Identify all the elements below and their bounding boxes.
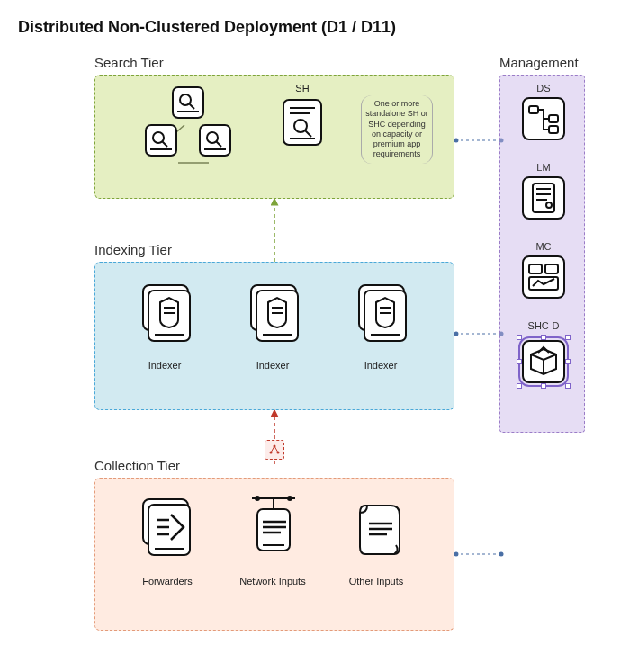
indexer-label: Indexer — [349, 360, 412, 371]
svg-rect-74 — [529, 264, 542, 273]
search-head-icon — [199, 124, 231, 157]
management-label: Management — [500, 55, 579, 70]
collection-tier-label: Collection Tier — [94, 458, 180, 473]
sh-label: SH — [284, 83, 320, 94]
search-tier-panel: SH One or more standalone SH or SHC depe… — [94, 75, 454, 199]
forwarders-label: Forwarders — [131, 576, 203, 587]
dashboard-icon — [522, 255, 565, 299]
search-tier-label: Search Tier — [94, 55, 164, 70]
diagram-canvas: Search Tier SH One or more standalone SH… — [18, 55, 612, 658]
svg-point-56 — [255, 496, 260, 501]
indexer-label: Indexer — [133, 360, 196, 371]
indexer-icon — [148, 290, 191, 342]
search-head-icon — [172, 86, 204, 119]
svg-rect-68 — [549, 126, 558, 133]
other-inputs-icon — [356, 502, 401, 558]
svg-point-9 — [500, 552, 504, 557]
svg-point-10 — [454, 552, 459, 557]
svg-rect-49 — [148, 505, 190, 555]
box-icon[interactable] — [522, 340, 565, 383]
management-panel: DS LM MC SHC-D — [500, 75, 585, 433]
ds-label: DS — [522, 83, 565, 94]
svg-point-73 — [546, 202, 552, 208]
indexer-icon — [256, 290, 299, 342]
svg-point-7 — [454, 332, 459, 336]
document-lines-icon — [522, 176, 565, 220]
svg-rect-18 — [146, 125, 176, 156]
network-inputs-label: Network Inputs — [232, 576, 313, 587]
svg-rect-14 — [173, 87, 203, 118]
indexer-label: Indexer — [241, 360, 304, 371]
svg-rect-69 — [533, 184, 554, 212]
forwarders-icon — [148, 504, 191, 556]
hvf-icon — [265, 440, 284, 460]
svg-line-48 — [274, 446, 278, 452]
svg-point-4 — [454, 139, 459, 143]
other-inputs-label: Other Inputs — [340, 576, 412, 587]
network-inputs-icon — [248, 493, 299, 558]
svg-point-57 — [287, 496, 292, 501]
diagram-title: Distributed Non-Clustered Deployment (D1… — [18, 18, 612, 37]
indexing-tier-label: Indexing Tier — [94, 242, 172, 257]
search-head-single-icon — [283, 99, 322, 146]
shcd-label: SHC-D — [522, 320, 565, 331]
sitemap-icon — [522, 97, 565, 140]
lm-label: LM — [522, 162, 565, 173]
svg-rect-66 — [529, 106, 538, 113]
collection-tier-panel: Forwarders Network Inputs Other Inputs — [94, 478, 454, 631]
indexing-tier-panel: Indexer Indexer Indexer — [94, 262, 454, 410]
svg-line-47 — [271, 446, 274, 452]
svg-rect-75 — [545, 264, 558, 273]
search-head-icon — [145, 124, 177, 157]
indexer-icon — [364, 290, 407, 342]
sh-note: One or more standalone SH or SHC dependi… — [361, 95, 433, 164]
svg-rect-67 — [549, 115, 558, 122]
svg-rect-22 — [200, 125, 230, 156]
mc-label: MC — [522, 241, 565, 252]
